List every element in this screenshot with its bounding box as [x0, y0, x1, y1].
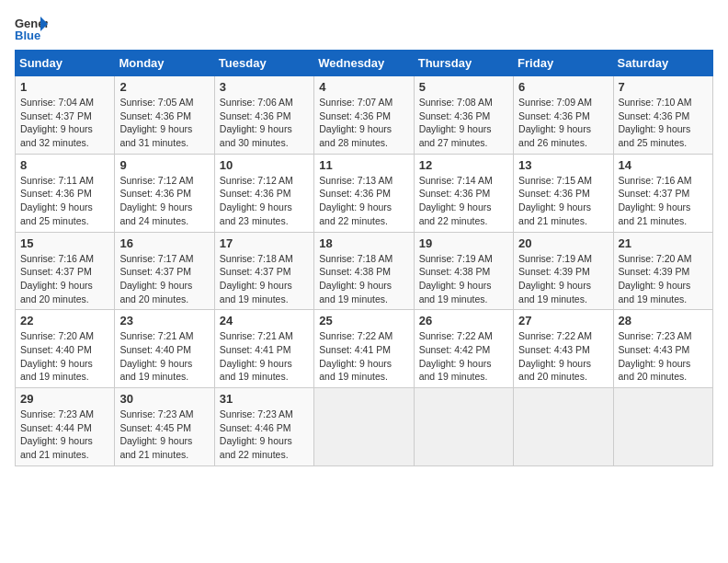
day-info: Sunrise: 7:12 AM Sunset: 4:36 PM Dayligh…	[220, 174, 309, 228]
weekday-header-monday: Monday	[115, 51, 214, 76]
day-number: 24	[220, 314, 309, 327]
day-info: Sunrise: 7:06 AM Sunset: 4:36 PM Dayligh…	[220, 96, 309, 150]
day-info: Sunrise: 7:07 AM Sunset: 4:36 PM Dayligh…	[319, 96, 408, 150]
day-number: 27	[518, 314, 608, 327]
day-info: Sunrise: 7:20 AM Sunset: 4:39 PM Dayligh…	[619, 252, 708, 306]
day-info: Sunrise: 7:22 AM Sunset: 4:41 PM Dayligh…	[319, 329, 408, 384]
day-info: Sunrise: 7:11 AM Sunset: 4:36 PM Dayligh…	[20, 174, 109, 228]
calendar-cell-empty	[314, 388, 414, 466]
day-info: Sunrise: 7:05 AM Sunset: 4:36 PM Dayligh…	[119, 96, 209, 150]
calendar-cell-14: 14 Sunrise: 7:16 AM Sunset: 4:37 PM Dayl…	[613, 154, 712, 232]
calendar-cell-9: 9 Sunrise: 7:12 AM Sunset: 4:36 PM Dayli…	[115, 154, 214, 232]
calendar-cell-empty	[613, 388, 712, 466]
day-number: 31	[220, 392, 309, 406]
calendar-cell-13: 13 Sunrise: 7:15 AM Sunset: 4:36 PM Dayl…	[514, 154, 613, 232]
calendar-cell-17: 17 Sunrise: 7:18 AM Sunset: 4:37 PM Dayl…	[214, 232, 313, 310]
day-number: 28	[619, 314, 708, 327]
day-info: Sunrise: 7:22 AM Sunset: 4:42 PM Dayligh…	[419, 329, 508, 384]
day-info: Sunrise: 7:10 AM Sunset: 4:36 PM Dayligh…	[619, 96, 708, 150]
day-number: 10	[220, 158, 309, 172]
calendar-cell-6: 6 Sunrise: 7:09 AM Sunset: 4:36 PM Dayli…	[514, 76, 613, 155]
day-number: 25	[319, 314, 408, 327]
day-number: 29	[20, 392, 109, 406]
day-number: 1	[20, 80, 109, 94]
day-info: Sunrise: 7:08 AM Sunset: 4:36 PM Dayligh…	[419, 96, 508, 150]
calendar-cell-15: 15 Sunrise: 7:16 AM Sunset: 4:37 PM Dayl…	[16, 232, 115, 310]
calendar-cell-30: 30 Sunrise: 7:23 AM Sunset: 4:45 PM Dayl…	[115, 388, 214, 466]
calendar-cell-31: 31 Sunrise: 7:23 AM Sunset: 4:46 PM Dayl…	[214, 388, 313, 466]
weekday-header-tuesday: Tuesday	[214, 51, 313, 76]
day-info: Sunrise: 7:16 AM Sunset: 4:37 PM Dayligh…	[619, 174, 708, 228]
day-number: 8	[20, 158, 109, 172]
day-number: 21	[619, 236, 708, 250]
weekday-header-sunday: Sunday	[16, 51, 115, 76]
day-number: 30	[119, 392, 209, 406]
svg-text:Blue: Blue	[15, 29, 40, 42]
day-number: 15	[20, 236, 109, 250]
day-number: 17	[220, 236, 309, 250]
day-info: Sunrise: 7:23 AM Sunset: 4:44 PM Dayligh…	[20, 408, 109, 462]
calendar-cell-28: 28 Sunrise: 7:23 AM Sunset: 4:43 PM Dayl…	[613, 310, 712, 388]
weekday-header-friday: Friday	[514, 51, 613, 76]
day-info: Sunrise: 7:23 AM Sunset: 4:43 PM Dayligh…	[619, 329, 708, 384]
calendar-cell-25: 25 Sunrise: 7:22 AM Sunset: 4:41 PM Dayl…	[314, 310, 414, 388]
day-number: 22	[20, 314, 109, 327]
page-header: General Blue	[15, 15, 713, 42]
calendar-cell-12: 12 Sunrise: 7:14 AM Sunset: 4:36 PM Dayl…	[414, 154, 513, 232]
day-info: Sunrise: 7:18 AM Sunset: 4:38 PM Dayligh…	[319, 252, 408, 306]
day-number: 26	[419, 314, 508, 327]
day-number: 16	[119, 236, 209, 250]
calendar-cell-8: 8 Sunrise: 7:11 AM Sunset: 4:36 PM Dayli…	[16, 154, 115, 232]
day-info: Sunrise: 7:13 AM Sunset: 4:36 PM Dayligh…	[319, 174, 408, 228]
logo: General Blue	[15, 15, 48, 42]
calendar-cell-empty	[514, 388, 613, 466]
weekday-header-saturday: Saturday	[613, 51, 712, 76]
day-info: Sunrise: 7:21 AM Sunset: 4:40 PM Dayligh…	[119, 329, 209, 384]
day-number: 6	[518, 80, 608, 94]
day-number: 18	[319, 236, 408, 250]
calendar-cell-22: 22 Sunrise: 7:20 AM Sunset: 4:40 PM Dayl…	[16, 310, 115, 388]
day-info: Sunrise: 7:19 AM Sunset: 4:38 PM Dayligh…	[419, 252, 508, 306]
day-number: 2	[119, 80, 209, 94]
calendar-cell-empty	[414, 388, 513, 466]
weekday-header-wednesday: Wednesday	[314, 51, 414, 76]
day-number: 20	[518, 236, 608, 250]
day-info: Sunrise: 7:19 AM Sunset: 4:39 PM Dayligh…	[518, 252, 608, 306]
calendar-cell-19: 19 Sunrise: 7:19 AM Sunset: 4:38 PM Dayl…	[414, 232, 513, 310]
day-info: Sunrise: 7:04 AM Sunset: 4:37 PM Dayligh…	[20, 96, 109, 150]
calendar-cell-29: 29 Sunrise: 7:23 AM Sunset: 4:44 PM Dayl…	[16, 388, 115, 466]
calendar-cell-5: 5 Sunrise: 7:08 AM Sunset: 4:36 PM Dayli…	[414, 76, 513, 155]
calendar-cell-3: 3 Sunrise: 7:06 AM Sunset: 4:36 PM Dayli…	[214, 76, 313, 155]
calendar-cell-11: 11 Sunrise: 7:13 AM Sunset: 4:36 PM Dayl…	[314, 154, 414, 232]
calendar-cell-27: 27 Sunrise: 7:22 AM Sunset: 4:43 PM Dayl…	[514, 310, 613, 388]
day-info: Sunrise: 7:18 AM Sunset: 4:37 PM Dayligh…	[220, 252, 309, 306]
day-number: 13	[518, 158, 608, 172]
day-info: Sunrise: 7:23 AM Sunset: 4:45 PM Dayligh…	[119, 408, 209, 462]
calendar-cell-16: 16 Sunrise: 7:17 AM Sunset: 4:37 PM Dayl…	[115, 232, 214, 310]
day-number: 4	[319, 80, 408, 94]
weekday-header-thursday: Thursday	[414, 51, 513, 76]
day-number: 5	[419, 80, 508, 94]
day-number: 3	[220, 80, 309, 94]
calendar-cell-7: 7 Sunrise: 7:10 AM Sunset: 4:36 PM Dayli…	[613, 76, 712, 155]
calendar-cell-20: 20 Sunrise: 7:19 AM Sunset: 4:39 PM Dayl…	[514, 232, 613, 310]
day-info: Sunrise: 7:20 AM Sunset: 4:40 PM Dayligh…	[20, 329, 109, 384]
day-info: Sunrise: 7:23 AM Sunset: 4:46 PM Dayligh…	[220, 408, 309, 462]
day-number: 7	[619, 80, 708, 94]
day-info: Sunrise: 7:15 AM Sunset: 4:36 PM Dayligh…	[518, 174, 608, 228]
day-info: Sunrise: 7:12 AM Sunset: 4:36 PM Dayligh…	[119, 174, 209, 228]
calendar-cell-23: 23 Sunrise: 7:21 AM Sunset: 4:40 PM Dayl…	[115, 310, 214, 388]
day-info: Sunrise: 7:14 AM Sunset: 4:36 PM Dayligh…	[419, 174, 508, 228]
day-number: 9	[119, 158, 209, 172]
calendar-cell-4: 4 Sunrise: 7:07 AM Sunset: 4:36 PM Dayli…	[314, 76, 414, 155]
calendar-cell-18: 18 Sunrise: 7:18 AM Sunset: 4:38 PM Dayl…	[314, 232, 414, 310]
day-number: 12	[419, 158, 508, 172]
calendar-cell-21: 21 Sunrise: 7:20 AM Sunset: 4:39 PM Dayl…	[613, 232, 712, 310]
day-number: 11	[319, 158, 408, 172]
calendar-cell-2: 2 Sunrise: 7:05 AM Sunset: 4:36 PM Dayli…	[115, 76, 214, 155]
calendar-cell-24: 24 Sunrise: 7:21 AM Sunset: 4:41 PM Dayl…	[214, 310, 313, 388]
calendar-cell-1: 1 Sunrise: 7:04 AM Sunset: 4:37 PM Dayli…	[16, 76, 115, 155]
day-info: Sunrise: 7:09 AM Sunset: 4:36 PM Dayligh…	[518, 96, 608, 150]
calendar-table: SundayMondayTuesdayWednesdayThursdayFrid…	[15, 50, 713, 466]
day-number: 23	[119, 314, 209, 327]
